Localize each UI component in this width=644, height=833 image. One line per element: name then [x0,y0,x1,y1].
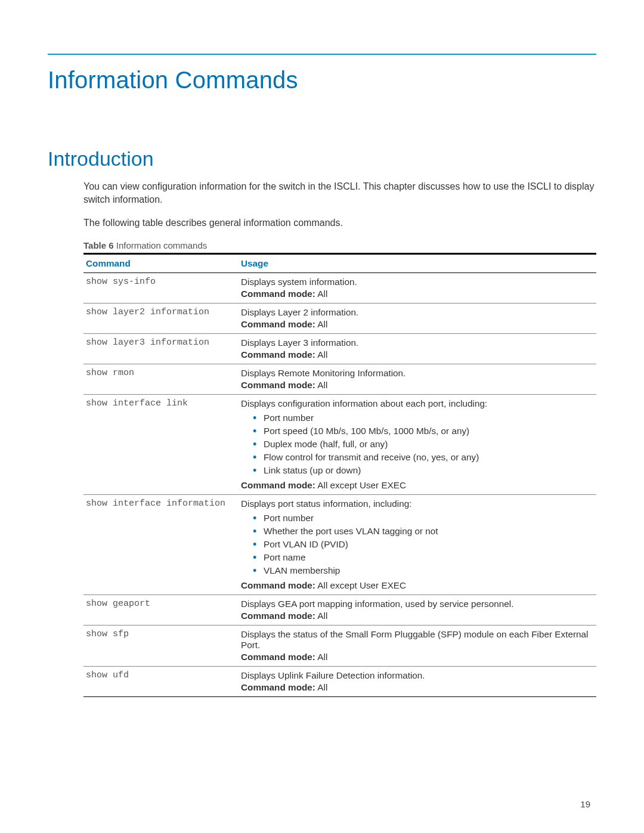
command-cell: show sys-info [83,272,239,303]
command-cell: show rmon [83,364,239,394]
usage-description: Displays system information. [241,277,594,287]
usage-cell: Displays system information.Command mode… [239,272,596,303]
list-item: Duplex mode (half, full, or any) [253,438,594,451]
page-number: 19 [580,799,590,809]
usage-description: Displays Layer 2 information. [241,307,594,318]
command-cell: show interface link [83,394,239,494]
list-item: Port number [253,411,594,425]
command-mode-line: Command mode: All except User EXEC [241,580,594,591]
command-mode-label: Command mode: [241,319,315,329]
usage-cell: Displays Remote Monitoring Information.C… [239,364,596,394]
table-caption: Table 6 Information commands [83,240,596,250]
command-mode-label: Command mode: [241,682,315,692]
command-mode-label: Command mode: [241,380,315,390]
list-item: Port number [253,512,594,525]
section-heading: Introduction [48,147,596,171]
usage-cell: Displays Layer 3 information.Command mod… [239,333,596,364]
usage-description: Displays the status of the Small Form Pl… [241,629,594,651]
usage-cell: Displays port status information, includ… [239,494,596,594]
command-cell: show geaport [83,594,239,625]
command-mode-label: Command mode: [241,652,315,662]
usage-description: Displays Uplink Failure Detection inform… [241,670,594,681]
usage-bullet-list: Port numberWhether the port uses VLAN ta… [253,512,594,578]
page-title: Information Commands [48,67,596,94]
usage-description: Displays port status information, includ… [241,498,594,509]
list-item: Flow control for transmit and receive (n… [253,451,594,464]
table-row: show layer2 informationDisplays Layer 2 … [83,303,596,333]
list-item: VLAN membership [253,564,594,577]
command-mode-value: All except User EXEC [315,480,406,490]
list-item: Port name [253,551,594,564]
list-item: Link status (up or down) [253,464,594,477]
list-item: Port speed (10 Mb/s, 100 Mb/s, 1000 Mb/s… [253,425,594,438]
top-rule [48,54,596,55]
command-cell: show interface information [83,494,239,594]
command-mode-value: All [315,349,327,360]
command-cell: show layer2 information [83,303,239,333]
usage-description: Displays GEA port mapping information, u… [241,599,594,609]
intro-paragraph-2: The following table describes general in… [83,216,596,230]
command-mode-label: Command mode: [241,580,315,590]
command-mode-value: All [315,289,327,299]
table-caption-title: Information commands [114,240,208,250]
list-item: Whether the port uses VLAN tagging or no… [253,525,594,538]
usage-cell: Displays GEA port mapping information, u… [239,594,596,625]
command-mode-value: All [315,652,327,662]
command-mode-value: All [315,380,327,390]
intro-paragraph-1: You can view configuration information f… [83,180,596,206]
command-mode-line: Command mode: All [241,652,594,662]
information-commands-table: Command Usage show sys-infoDisplays syst… [83,253,596,697]
command-mode-label: Command mode: [241,349,315,360]
usage-description: Displays Layer 3 information. [241,337,594,348]
usage-description: Displays configuration information about… [241,398,594,409]
table-row: show rmonDisplays Remote Monitoring Info… [83,364,596,394]
command-mode-value: All [315,319,327,329]
command-cell: show layer3 information [83,333,239,364]
table-row: show ufdDisplays Uplink Failure Detectio… [83,666,596,696]
command-mode-line: Command mode: All [241,380,594,391]
command-mode-value: All [315,682,327,692]
command-mode-line: Command mode: All [241,349,594,360]
list-item: Port VLAN ID (PVID) [253,538,594,551]
command-mode-line: Command mode: All [241,319,594,330]
col-header-command: Command [83,253,239,272]
table-row: show sys-infoDisplays system information… [83,272,596,303]
command-mode-value: All [315,611,327,621]
body-content: You can view configuration information f… [83,180,596,697]
command-mode-line: Command mode: All [241,611,594,621]
table-row: show interface linkDisplays configuratio… [83,394,596,494]
table-caption-label: Table 6 [83,240,114,250]
command-mode-line: Command mode: All except User EXEC [241,480,594,491]
command-mode-value: All except User EXEC [315,580,406,590]
usage-description: Displays Remote Monitoring Information. [241,368,594,379]
command-mode-line: Command mode: All [241,289,594,299]
usage-cell: Displays Uplink Failure Detection inform… [239,666,596,696]
usage-bullet-list: Port numberPort speed (10 Mb/s, 100 Mb/s… [253,411,594,478]
command-mode-line: Command mode: All [241,682,594,693]
usage-cell: Displays configuration information about… [239,394,596,494]
table-row: show geaportDisplays GEA port mapping in… [83,594,596,625]
command-mode-label: Command mode: [241,289,315,299]
table-row: show sfpDisplays the status of the Small… [83,625,596,666]
usage-cell: Displays Layer 2 information.Command mod… [239,303,596,333]
col-header-usage: Usage [239,253,596,272]
command-cell: show ufd [83,666,239,696]
usage-cell: Displays the status of the Small Form Pl… [239,625,596,666]
command-cell: show sfp [83,625,239,666]
table-row: show layer3 informationDisplays Layer 3 … [83,333,596,364]
command-mode-label: Command mode: [241,480,315,490]
command-mode-label: Command mode: [241,611,315,621]
table-row: show interface informationDisplays port … [83,494,596,594]
